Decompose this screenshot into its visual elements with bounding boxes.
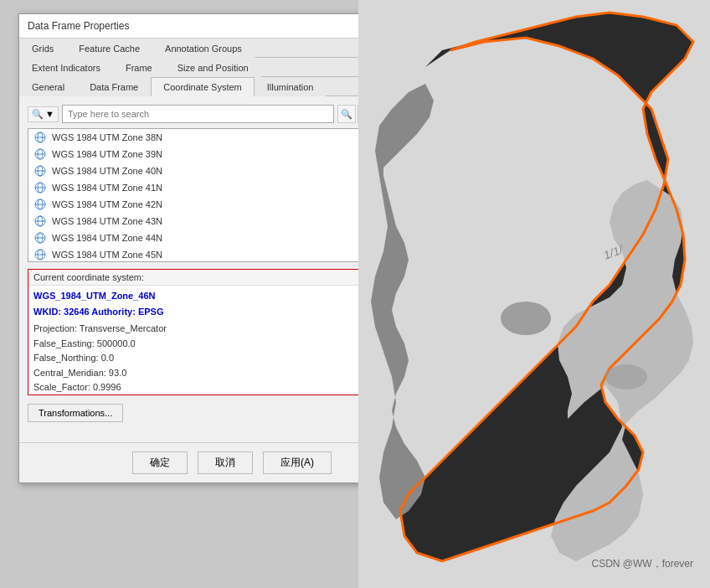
- map-svg: 1/1/: [358, 0, 710, 588]
- search-input[interactable]: [62, 105, 334, 123]
- tab-size-and-position[interactable]: Size and Position: [165, 58, 261, 77]
- apply-button[interactable]: 应用(A): [263, 451, 332, 474]
- tab-extent-indicators[interactable]: Extent Indicators: [19, 58, 113, 77]
- tab-general[interactable]: General: [19, 77, 77, 96]
- tab-feature-cache[interactable]: Feature Cache: [66, 39, 152, 58]
- svg-point-35: [605, 364, 647, 389]
- svg-point-34: [501, 302, 551, 335]
- dialog-title: Data Frame Properties: [28, 20, 129, 32]
- map-area: 1/1/ CSDN @WW，forever: [358, 0, 710, 588]
- tab-illumination[interactable]: Illumination: [255, 77, 327, 96]
- filter-dropdown-icon: ▼: [45, 109, 54, 119]
- ok-button[interactable]: 确定: [132, 451, 188, 474]
- filter-button[interactable]: 🔍 ▼: [28, 106, 59, 122]
- filter-icon: 🔍: [32, 109, 44, 120]
- tab-coordinate-system[interactable]: Coordinate System: [151, 77, 255, 96]
- tab-data-frame[interactable]: Data Frame: [77, 77, 151, 96]
- tab-annotation-groups[interactable]: Annotation Groups: [152, 39, 255, 58]
- tab-grids[interactable]: Grids: [19, 39, 66, 58]
- tab-frame[interactable]: Frame: [113, 58, 165, 77]
- search-button[interactable]: 🔍: [337, 105, 356, 123]
- transformations-button[interactable]: Transformations...: [28, 404, 123, 422]
- watermark: CSDN @WW，forever: [591, 557, 693, 571]
- cancel-button[interactable]: 取消: [198, 451, 253, 474]
